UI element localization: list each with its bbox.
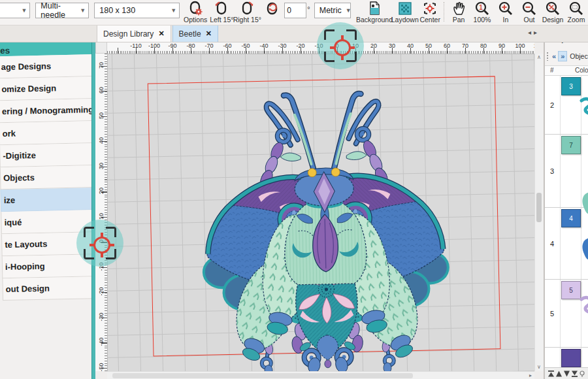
move-to-start-button[interactable] <box>547 370 555 378</box>
ruler-label: 60 <box>444 42 450 49</box>
rotate-left-15-button[interactable]: Left 15° <box>210 0 233 24</box>
needle-type-select[interactable]: Multi-needle ▼ <box>35 3 89 18</box>
sidebar-item-i-hooping[interactable]: i-Hooping <box>2 254 95 278</box>
zoom-in-button[interactable]: In <box>494 0 517 24</box>
background-button[interactable]: Background <box>357 0 392 24</box>
tab-scroll-arrows[interactable]: ◂▸ <box>528 29 540 36</box>
object-thumbnail <box>580 227 588 267</box>
sequence-row[interactable]: 44 <box>545 208 588 280</box>
laydown-button[interactable]: Laydown <box>391 0 418 24</box>
background-fabric-icon <box>367 1 382 16</box>
zoom-100-icon: 1 <box>474 1 490 16</box>
sidebar-item-label: ering / Monogramming <box>2 105 93 116</box>
close-icon[interactable]: ✕ <box>206 29 212 38</box>
canvas-horizontal-scrollbar[interactable]: ▸ <box>107 371 534 379</box>
zoom-out-button[interactable]: Out <box>517 0 541 24</box>
tab-scroll-right-icon[interactable]: ▸ <box>534 29 540 36</box>
chevron-down-icon: ▼ <box>346 7 351 14</box>
center-button[interactable]: Center <box>418 0 442 24</box>
sidebar-item-label: te Layouts <box>5 239 47 250</box>
hoop-gear-icon <box>188 1 203 16</box>
color-chip[interactable]: 4 <box>561 209 581 227</box>
sidebar-item-objects[interactable]: Objects <box>0 165 95 190</box>
move-to-end-button[interactable] <box>571 370 578 378</box>
hoop-rotate-left-icon <box>214 1 229 16</box>
zoom-in-icon <box>498 1 514 16</box>
expand-panel-button[interactable]: » <box>558 51 567 61</box>
sequence-panel: Sequence « » Objects Colors # Color 2337… <box>544 25 588 379</box>
sidebar-item-age-designs[interactable]: age Designs <box>0 54 95 78</box>
zoom-to-design-button[interactable]: Design <box>541 0 564 24</box>
tab-beetle[interactable]: Beetle✕ <box>172 25 218 42</box>
ruler-label: -30 <box>98 311 105 323</box>
ruler-label: -60 <box>223 42 231 49</box>
rotate-right-15-button[interactable]: Right 15° <box>233 0 261 24</box>
ruler-label: 40 <box>98 135 105 146</box>
toolbox-sidebar: es age Designsomize Designering / Monogr… <box>0 42 95 379</box>
sequence-row[interactable]: 37 <box>545 135 588 208</box>
scroll-up-icon[interactable]: ∧ <box>535 54 543 61</box>
ruler-label: -50 <box>98 361 105 372</box>
sequence-tool-icon[interactable] <box>579 370 586 378</box>
close-icon[interactable]: ✕ <box>158 29 164 38</box>
canvas-vertical-scrollbar[interactable]: ∧ ∨ <box>534 54 543 371</box>
ruler-label: 20 <box>370 42 377 49</box>
ruler-horizontal: -110-100-90-80-70-60-50-40-30-20-1001020… <box>107 42 534 54</box>
scroll-down-icon[interactable]: ∨ <box>535 363 543 371</box>
object-number <box>545 348 559 367</box>
sidebar-item-label: omize Design <box>1 83 56 94</box>
ruler-label: -80 <box>186 42 195 49</box>
units-select-value: Metric <box>319 6 342 15</box>
pan-button[interactable]: Pan <box>447 0 470 24</box>
sequence-row[interactable]: 23 <box>545 76 588 135</box>
move-down-button[interactable] <box>563 370 570 378</box>
sidebar-item-te-layouts[interactable]: te Layouts <box>1 232 95 256</box>
sequence-footer-toolbar <box>545 367 588 379</box>
zoom-100-button[interactable]: 1 100% <box>470 0 494 24</box>
hoop-select-value: 180 x 130 <box>99 6 135 15</box>
scroll-right-icon[interactable]: ▸ <box>527 372 534 379</box>
collapse-panel-button[interactable]: « <box>550 52 558 61</box>
sidebar-item-iqu-[interactable]: iqué <box>1 210 95 234</box>
ruler-label: -20 <box>296 42 304 49</box>
sequence-row[interactable] <box>545 348 588 367</box>
color-chip[interactable]: 7 <box>561 136 581 154</box>
horizontal-scroll-thumb[interactable] <box>112 373 413 378</box>
sidebar-item-out-design[interactable]: out Design <box>2 276 95 301</box>
zoom-tool-button[interactable]: Zoom <box>564 0 588 24</box>
tab-objects[interactable]: Objects <box>570 52 588 60</box>
panel-drag-handle[interactable] <box>546 52 549 61</box>
tab-label: Beetle <box>179 29 201 39</box>
sidebar-item-omize-design[interactable]: omize Design <box>0 76 95 101</box>
canvas-grid <box>107 54 534 371</box>
sidebar-item-label: out Design <box>6 284 50 294</box>
rotation-angle-input[interactable] <box>284 3 306 18</box>
sidebar-item-label: i-Hooping <box>5 261 45 272</box>
tab-scroll-left-icon[interactable]: ◂ <box>528 29 534 36</box>
sidebar-item--digitize[interactable]: -Digitize <box>0 143 95 167</box>
sequence-row[interactable]: 55 <box>545 280 588 348</box>
color-chip[interactable]: 5 <box>561 281 581 299</box>
sidebar-item-ize[interactable]: ize <box>1 188 95 212</box>
hoop-options-button[interactable]: Options <box>184 0 207 24</box>
beetle-design[interactable] <box>193 71 457 371</box>
ruler-label: -100 <box>148 42 160 49</box>
units-select[interactable]: Metric ▼ <box>314 3 351 18</box>
machine-select[interactable]: ▼ <box>0 3 30 18</box>
ruler-label: 10 <box>352 42 359 49</box>
object-number: 2 <box>545 76 559 134</box>
ruler-label: -20 <box>98 286 105 297</box>
sidebar-item-ork[interactable]: ork <box>0 121 95 145</box>
color-chip[interactable]: 3 <box>561 77 581 95</box>
ruler-label: 90 <box>498 42 505 49</box>
vertical-scroll-thumb[interactable] <box>536 193 542 222</box>
sidebar-edge <box>91 42 95 379</box>
ruler-label: -40 <box>259 42 268 49</box>
tab-design-library[interactable]: Design Library✕ <box>97 25 171 42</box>
rotate-tool-button[interactable] <box>261 0 284 16</box>
hoop-size-select[interactable]: 180 x 130 ▼ <box>94 3 180 18</box>
move-up-button[interactable] <box>555 370 563 378</box>
sidebar-item-ering-monogramming[interactable]: ering / Monogramming <box>0 99 95 123</box>
design-canvas[interactable] <box>107 54 534 371</box>
color-chip[interactable] <box>561 349 581 367</box>
